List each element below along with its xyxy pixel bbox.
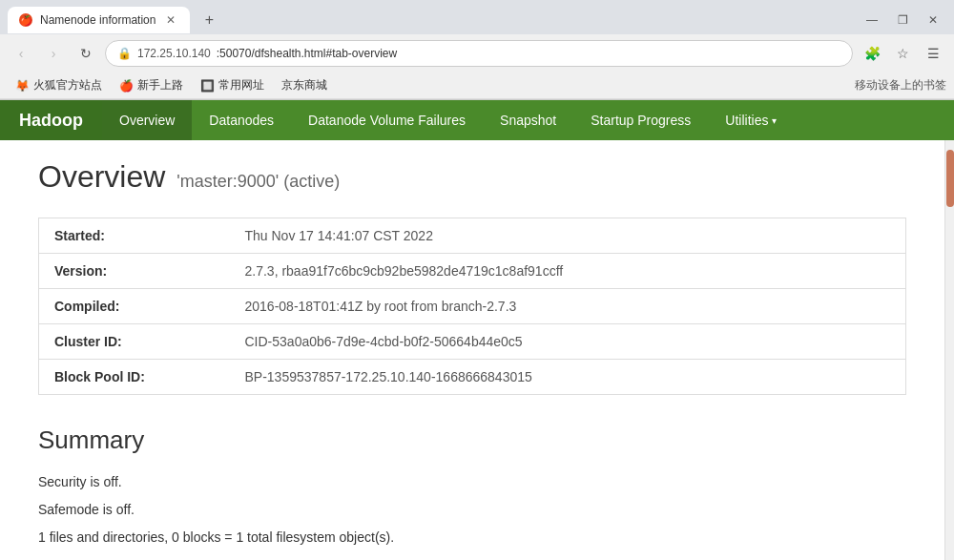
summary-line: Security is off. bbox=[38, 470, 906, 494]
browser-tab[interactable]: 🍎 Namenode information ✕ bbox=[8, 7, 190, 33]
table-row: Version:2.7.3, rbaa91f7c6bc9cb92be5982de… bbox=[39, 254, 906, 289]
nav-item-startup-progress[interactable]: Startup Progress bbox=[573, 100, 708, 140]
window-minimize-button[interactable]: — bbox=[859, 7, 885, 33]
bookmark-newbie-label: 新手上路 bbox=[137, 77, 183, 93]
hadoop-brand[interactable]: Hadoop bbox=[0, 100, 102, 140]
bookmark-common[interactable]: 🔲 常用网址 bbox=[193, 75, 272, 95]
tab-title: Namenode information bbox=[40, 13, 156, 27]
favorite-button[interactable]: ☆ bbox=[889, 40, 916, 67]
bookmark-firefox-icon: 🦊 bbox=[15, 79, 30, 93]
table-row: Block Pool ID:BP-1359537857-172.25.10.14… bbox=[39, 360, 906, 395]
window-controls: — ❐ ✕ bbox=[859, 7, 946, 33]
bookmark-common-icon: 🔲 bbox=[200, 79, 215, 93]
bookmark-firefox[interactable]: 🦊 火狐官方站点 bbox=[8, 75, 110, 95]
nav-items: Overview Datanodes Datanode Volume Failu… bbox=[102, 100, 794, 140]
row-value: BP-1359537857-172.25.10.140-166866684301… bbox=[230, 360, 906, 395]
page-content: Overview 'master:9000' (active) Started:… bbox=[0, 140, 944, 560]
window-maximize-button[interactable]: ❐ bbox=[889, 7, 916, 33]
nav-forward-button[interactable]: › bbox=[40, 40, 67, 67]
url-path: :50070/dfshealth.html#tab-overview bbox=[217, 47, 397, 60]
table-row: Cluster ID:CID-53a0a0b6-7d9e-4cbd-b0f2-5… bbox=[39, 324, 906, 360]
row-label: Version: bbox=[39, 254, 230, 289]
bookmark-newbie[interactable]: 🍎 新手上路 bbox=[112, 75, 191, 95]
tab-close-icon[interactable]: ✕ bbox=[163, 12, 178, 28]
nav-item-utilities[interactable]: Utilities ▾ bbox=[708, 100, 794, 140]
page-title-area: Overview 'master:9000' (active) bbox=[38, 159, 906, 195]
row-label: Compiled: bbox=[39, 289, 230, 324]
page-with-scrollbar: Overview 'master:9000' (active) Started:… bbox=[0, 140, 954, 560]
summary-line: 1 files and directories, 0 blocks = 1 to… bbox=[38, 526, 906, 550]
bookmark-firefox-label: 火狐官方站点 bbox=[33, 77, 102, 93]
nav-refresh-button[interactable]: ↻ bbox=[73, 40, 99, 67]
security-icon: 🔒 bbox=[117, 47, 132, 60]
bookmark-newbie-icon: 🍎 bbox=[119, 79, 134, 93]
window-close-button[interactable]: ✕ bbox=[920, 7, 946, 33]
utilities-dropdown-arrow-icon: ▾ bbox=[772, 115, 777, 126]
summary-text: Security is off.Safemode is off.1 files … bbox=[38, 470, 906, 560]
bookmarks-bar: 🦊 火狐官方站点 🍎 新手上路 🔲 常用网址 京东商城 移动设备上的书签 bbox=[0, 73, 954, 99]
address-bar-actions: 🧩 ☆ ☰ bbox=[859, 40, 946, 67]
url-host: 172.25.10.140 bbox=[137, 47, 211, 60]
extensions-button[interactable]: 🧩 bbox=[859, 40, 885, 67]
nav-item-datanode-volume-failures[interactable]: Datanode Volume Failures bbox=[291, 100, 483, 140]
tab-bar: 🍎 Namenode information ✕ + — ❐ ✕ bbox=[0, 0, 954, 34]
page-title: Overview bbox=[38, 159, 165, 195]
nav-item-overview[interactable]: Overview bbox=[102, 100, 192, 140]
row-label: Cluster ID: bbox=[39, 324, 230, 360]
row-value: Thu Nov 17 14:41:07 CST 2022 bbox=[230, 218, 906, 254]
tab-favicon-icon: 🍎 bbox=[19, 13, 32, 27]
overview-table: Started:Thu Nov 17 14:41:07 CST 2022Vers… bbox=[38, 218, 906, 395]
nav-back-button[interactable]: ‹ bbox=[8, 40, 34, 67]
row-label: Started: bbox=[39, 218, 230, 254]
row-value: CID-53a0a0b6-7d9e-4cbd-b0f2-50664b44e0c5 bbox=[230, 324, 906, 360]
address-bar-row: ‹ › ↻ 🔒 172.25.10.140:50070/dfshealth.ht… bbox=[0, 34, 954, 73]
hadoop-navbar: Hadoop Overview Datanodes Datanode Volum… bbox=[0, 100, 954, 140]
scrollbar-track[interactable] bbox=[944, 140, 954, 560]
profile-button[interactable]: ☰ bbox=[920, 40, 946, 67]
table-row: Started:Thu Nov 17 14:41:07 CST 2022 bbox=[39, 218, 906, 254]
nav-item-datanodes[interactable]: Datanodes bbox=[192, 100, 291, 140]
bookmarks-right-label: 移动设备上的书签 bbox=[855, 77, 946, 93]
address-bar[interactable]: 🔒 172.25.10.140:50070/dfshealth.html#tab… bbox=[105, 40, 853, 67]
summary-line: Heap Memory used 126.5 MB of 180.5 MB He… bbox=[38, 554, 906, 560]
row-label: Block Pool ID: bbox=[39, 360, 230, 395]
bookmark-jd-label: 京东商城 bbox=[281, 77, 327, 93]
summary-line: Safemode is off. bbox=[38, 498, 906, 522]
row-value: 2016-08-18T01:41Z by root from branch-2.… bbox=[230, 289, 906, 324]
nav-item-snapshot[interactable]: Snapshot bbox=[483, 100, 573, 140]
bookmark-common-label: 常用网址 bbox=[218, 77, 264, 93]
table-row: Compiled:2016-08-18T01:41Z by root from … bbox=[39, 289, 906, 324]
scrollbar-thumb[interactable] bbox=[946, 150, 954, 207]
summary-title: Summary bbox=[38, 425, 906, 455]
page-subtitle: 'master:9000' (active) bbox=[176, 172, 340, 192]
row-value: 2.7.3, rbaa91f7c6bc9cb92be5982de4719c1c8… bbox=[230, 254, 906, 289]
bookmark-jd[interactable]: 京东商城 bbox=[274, 75, 335, 95]
new-tab-button[interactable]: + bbox=[197, 9, 220, 31]
